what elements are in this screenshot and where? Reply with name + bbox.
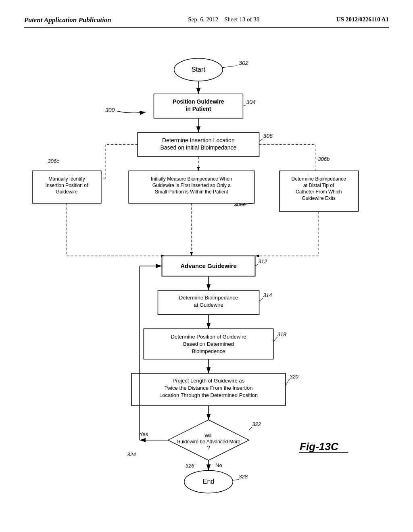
proj-len-2: Twice the Distance From the Insertion [165, 385, 253, 391]
det-bio-dis-2: at Distal Tip of [303, 183, 334, 188]
page-header: Patent Application Publication Sep. 6, 2… [24, 16, 389, 28]
manually-id-2: Insertion Position of [46, 183, 88, 188]
fig-label: Fig-13C [300, 441, 339, 453]
ref-306c: 306c [48, 158, 59, 164]
det-bio-dis-3: Catheter From Which [296, 189, 342, 195]
adv-gw-label: Advance Guidewire [180, 262, 237, 269]
diamond-q: ? [207, 445, 210, 451]
det-ins-label2: Based on Initial Bioimpedance [160, 144, 236, 151]
proj-len-1: Project Length of Guidewire as [173, 378, 245, 384]
svg-line-5 [243, 105, 246, 106]
det-bio-dis-1: Determine Bioimpedance [292, 176, 346, 182]
svg-line-43 [233, 479, 239, 480]
ref-304: 304 [246, 99, 256, 105]
det-pos-1: Determine Position of Guidewire [171, 334, 246, 340]
pos-gw-label: Position Guidewire [173, 98, 224, 105]
manually-id-3: Guidewire [56, 189, 78, 195]
diagram-area: Start 302 Position Guidewire in Patient … [24, 32, 389, 496]
ref-326: 326 [186, 463, 195, 469]
patent-number: US 2012/0226110 A1 [336, 16, 389, 23]
det-pos-2: Based on Determined [183, 341, 234, 347]
diamond-will: Will [204, 433, 212, 438]
ref-302: 302 [239, 60, 248, 66]
svg-line-34 [286, 379, 290, 385]
init-meas-1: Initially Measure Bioimpedance When [151, 176, 232, 182]
start-label: Start [192, 66, 205, 73]
det-ins-label1: Determine Insertion Location [162, 137, 235, 143]
end-label: End [203, 478, 215, 485]
yes-label: Yes [140, 431, 148, 437]
det-bio-gw-2: at Guidewire [194, 302, 223, 308]
det-bio-gw-1: Determine Bioimpedance [179, 295, 238, 301]
sheet-label: Sheet 13 of 38 [224, 16, 259, 23]
manually-id-1: Manually Identify [48, 176, 85, 182]
svg-line-8 [259, 139, 263, 141]
ref-328: 328 [239, 474, 248, 480]
svg-line-37 [249, 427, 252, 430]
date-label: Sep. 6, 2012 [188, 16, 218, 23]
pos-gw-label2: in Patient [186, 106, 211, 112]
ref-322: 322 [252, 421, 262, 427]
ref-312: 312 [259, 258, 268, 264]
svg-line-2 [223, 66, 237, 68]
ref-320: 320 [290, 374, 299, 380]
ref-300: 300 [105, 107, 115, 113]
publication-label: Patent Application Publication [24, 16, 111, 24]
page: Patent Application Publication Sep. 6, 2… [0, 0, 413, 532]
svg-line-25 [255, 264, 259, 266]
svg-line-28 [259, 298, 263, 301]
det-pos-3: Bioimpedence [192, 348, 225, 354]
proj-len-3: Location Through the Determined Position [159, 392, 258, 398]
ref-324: 324 [127, 451, 136, 457]
header-center: Sep. 6, 2012 Sheet 13 of 38 [188, 16, 259, 23]
svg-line-31 [273, 337, 277, 342]
flowchart-svg: Start 302 Position Guidewire in Patient … [24, 32, 389, 496]
ref-318: 318 [277, 331, 287, 337]
ref-314: 314 [263, 292, 272, 298]
ref-306: 306 [263, 133, 273, 139]
diamond-gw-adv: Guidewire be Advanced More [177, 439, 240, 445]
ref-306b: 306b [318, 156, 330, 162]
det-bio-dis-4: Guidewire Exits [302, 195, 336, 201]
no-label: No [215, 462, 222, 468]
init-meas-2: Guidewire is First Inserted so Only a [152, 183, 231, 188]
init-meas-3: Small Portion is Within the Patient [155, 189, 228, 195]
